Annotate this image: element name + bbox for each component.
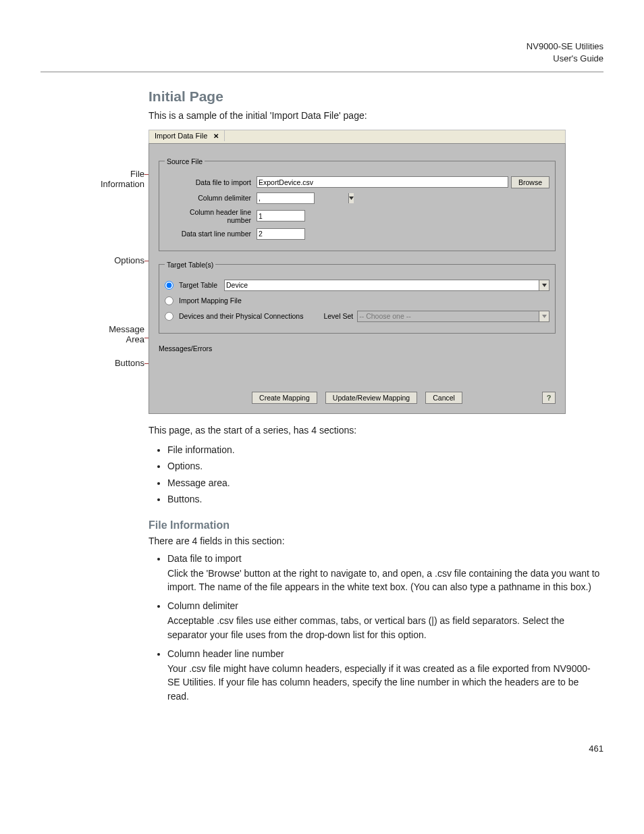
item-title: Column delimiter bbox=[167, 600, 238, 611]
chevron-down-icon[interactable] bbox=[348, 193, 354, 203]
label-delimiter: Column delimiter bbox=[165, 194, 254, 202]
panel: Source File Data file to import Browse C… bbox=[149, 143, 566, 414]
chevron-down-icon[interactable] bbox=[539, 311, 549, 321]
list-item: Options. bbox=[167, 459, 601, 473]
messages-label: Messages/Errors bbox=[159, 344, 212, 353]
heading-initial-page: Initial Page bbox=[149, 88, 601, 105]
target-table-combo[interactable] bbox=[224, 280, 549, 291]
label-data-file: Data file to import bbox=[165, 178, 254, 186]
help-icon[interactable]: ? bbox=[542, 392, 556, 404]
list-item: Column header line number Your .csv file… bbox=[167, 648, 601, 703]
button-bar: Create Mapping Update/Review Mapping Can… bbox=[159, 392, 556, 404]
item-body: Click the 'Browse' button at the right t… bbox=[167, 567, 601, 594]
messages-errors-area: Messages/Errors bbox=[159, 343, 556, 373]
sections-list: File information. Options. Message area.… bbox=[149, 442, 601, 507]
header-line-input[interactable] bbox=[257, 210, 305, 221]
data-start-input[interactable] bbox=[257, 228, 305, 240]
list-item: Data file to import Click the 'Browse' b… bbox=[167, 553, 601, 594]
heading-file-information: File Information bbox=[149, 519, 601, 531]
radio-target-table[interactable] bbox=[165, 281, 173, 290]
label-target-table: Target Table bbox=[179, 281, 217, 289]
tab-import-data-file[interactable]: Import Data File ✕ bbox=[149, 130, 225, 141]
label-data-start: Data start line number bbox=[165, 230, 254, 238]
item-title: Data file to import bbox=[167, 553, 242, 564]
file-info-intro: There are 4 fields in this section: bbox=[149, 534, 601, 548]
level-set-combo[interactable] bbox=[357, 311, 549, 322]
browse-button[interactable]: Browse bbox=[511, 176, 549, 188]
item-body: Your .csv file might have column headers… bbox=[167, 662, 601, 703]
cancel-button[interactable]: Cancel bbox=[425, 392, 462, 404]
list-item: File information. bbox=[167, 442, 601, 457]
header-product: NV9000-SE Utilities bbox=[41, 41, 603, 53]
update-review-mapping-button[interactable]: Update/Review Mapping bbox=[325, 392, 417, 404]
header-doc: User's Guide bbox=[41, 53, 603, 65]
tab-label: Import Data File bbox=[155, 132, 207, 140]
create-mapping-button[interactable]: Create Mapping bbox=[252, 392, 317, 404]
legend-target-tables: Target Table(s) bbox=[165, 261, 215, 269]
radio-import-mapping[interactable] bbox=[165, 296, 173, 305]
page-number: 461 bbox=[41, 744, 603, 754]
callout-options: Options bbox=[114, 255, 144, 265]
tab-strip: Import Data File ✕ bbox=[149, 130, 566, 143]
label-header-line: Column header line number bbox=[165, 208, 254, 224]
label-level-set: Level Set bbox=[323, 312, 353, 320]
fieldset-source-file: Source File Data file to import Browse C… bbox=[159, 157, 556, 251]
chevron-down-icon[interactable] bbox=[539, 280, 549, 290]
legend-source-file: Source File bbox=[165, 157, 205, 165]
item-title: Column header line number bbox=[167, 648, 284, 659]
intro-text: This is a sample of the initial 'Import … bbox=[149, 109, 601, 122]
delimiter-value[interactable] bbox=[257, 193, 348, 203]
label-devices-phys: Devices and their Physical Connections bbox=[179, 312, 303, 320]
header-rule bbox=[41, 72, 603, 72]
after-figure-text: This page, as the start of a series, has… bbox=[149, 423, 601, 437]
list-item: Message area. bbox=[167, 475, 601, 490]
data-file-input[interactable] bbox=[257, 176, 508, 188]
delimiter-combo[interactable] bbox=[257, 192, 315, 204]
close-icon[interactable]: ✕ bbox=[213, 132, 219, 140]
list-item: Buttons. bbox=[167, 492, 601, 506]
callout-file-info: File Information bbox=[101, 169, 144, 190]
callout-message-area: Message Area bbox=[109, 324, 144, 345]
file-info-list: Data file to import Click the 'Browse' b… bbox=[149, 553, 601, 703]
list-item: Column delimiter Acceptable .csv files u… bbox=[167, 600, 601, 642]
radio-devices-phys[interactable] bbox=[165, 312, 173, 321]
app-window: Import Data File ✕ Source File Data file… bbox=[149, 130, 566, 414]
level-set-value bbox=[358, 311, 539, 321]
item-body: Acceptable .csv files use either commas,… bbox=[167, 614, 601, 642]
target-table-value[interactable] bbox=[225, 280, 539, 290]
callout-buttons: Buttons bbox=[115, 358, 144, 368]
fieldset-target-tables: Target Table(s) Target Table bbox=[159, 261, 556, 334]
label-import-mapping: Import Mapping File bbox=[179, 296, 242, 305]
